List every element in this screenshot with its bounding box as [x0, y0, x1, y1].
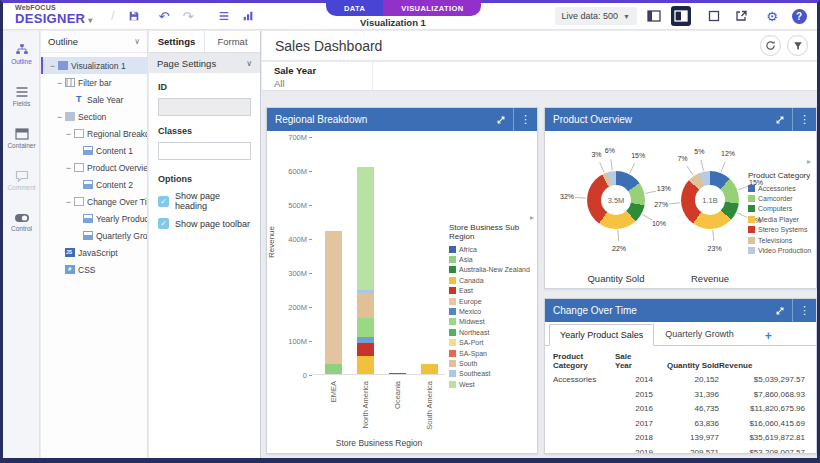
outline-tree-item[interactable]: Yearly Product Sales: [41, 210, 147, 227]
outline-tree-item[interactable]: −Change Over Time: [41, 193, 147, 210]
panel-header[interactable]: Change Over Time ⋮: [545, 299, 816, 322]
bar-segment-canada[interactable]: [357, 356, 374, 374]
canvas-tab-title[interactable]: Visualization 1: [318, 17, 468, 28]
checkbox-icon[interactable]: ✓: [158, 196, 169, 207]
outline-tree-item[interactable]: −Product Overview: [41, 159, 147, 176]
bar-segment-midwest[interactable]: [357, 318, 374, 337]
legend-scroll-icon[interactable]: ▸: [530, 213, 534, 222]
expander-icon[interactable]: −: [64, 163, 73, 173]
bar-segment-europe[interactable]: [325, 231, 342, 365]
tree-item-label: Content 1: [96, 146, 133, 156]
legend-item: Europe: [449, 296, 535, 306]
legend-item: Stereo Systems: [748, 225, 814, 235]
rail-item-container[interactable]: Container: [3, 119, 40, 157]
legend-scroll-icon[interactable]: ▸: [807, 157, 811, 166]
open-new-window-button[interactable]: [731, 6, 751, 26]
legend-swatch: [748, 226, 755, 233]
rail-item-control[interactable]: Control: [3, 203, 40, 241]
layout-right-panel-button[interactable]: [671, 6, 691, 26]
expander-icon[interactable]: −: [48, 61, 57, 71]
save-button[interactable]: [125, 8, 143, 24]
expander-icon[interactable]: −: [64, 197, 73, 207]
app-logo[interactable]: WebFOCUS DESIGNER▾: [15, 4, 93, 26]
outline-tree-item[interactable]: −Regional Breakdown: [41, 125, 147, 142]
tab-visualization[interactable]: VISUALIZATION: [383, 0, 481, 16]
dashboard-canvas: Sales Dashboard Sale Year All Regional B…: [262, 31, 817, 458]
option-checkbox-row[interactable]: ✓Show page heading: [158, 191, 251, 211]
layout-left-panel-button[interactable]: [644, 6, 664, 26]
legend-swatch: [748, 216, 755, 223]
outline-title: Outline: [48, 36, 78, 47]
page-settings-section[interactable]: Page Settings ∨: [149, 53, 260, 73]
expand-icon: [496, 115, 506, 125]
option-checkbox-row[interactable]: ✓Show page toolbar: [158, 218, 251, 229]
rail-item-fields[interactable]: Fields: [3, 77, 40, 115]
outline-tree-item[interactable]: −Visualization 1: [41, 57, 147, 74]
collapse-chevron-icon[interactable]: ∨: [134, 37, 140, 46]
expander-icon[interactable]: −: [55, 112, 64, 122]
tab-settings[interactable]: Settings: [149, 31, 204, 52]
menu-button[interactable]: ⋮: [792, 299, 816, 322]
help-button[interactable]: ?: [789, 6, 809, 26]
page-title: Sales Dashboard: [275, 38, 382, 54]
preview-button[interactable]: [704, 6, 724, 26]
redo-button[interactable]: ↷: [179, 8, 197, 24]
refresh-button[interactable]: [760, 35, 781, 56]
y-tick-label: 600M: [273, 167, 307, 176]
chevron-down-icon: ▼: [623, 13, 630, 20]
expander-icon[interactable]: −: [55, 78, 64, 88]
outline-tree-item[interactable]: −Filter bar: [41, 74, 147, 91]
add-tab-button[interactable]: +: [759, 327, 778, 345]
filter-sale-year[interactable]: Sale Year All: [274, 65, 316, 89]
bar-segment-south[interactable]: [357, 293, 374, 318]
stacked-bar-oceania[interactable]: [389, 373, 406, 374]
bar-segment-sa-port[interactable]: [421, 364, 438, 374]
classes-field[interactable]: [158, 142, 251, 160]
outline-tree-item[interactable]: Quarterly Growth: [41, 227, 147, 244]
checkbox-icon[interactable]: ✓: [158, 218, 169, 229]
rail-item-outline[interactable]: Outline: [3, 35, 40, 73]
undo-button[interactable]: ↶: [155, 8, 173, 24]
outline-tree-item[interactable]: CSS: [41, 261, 147, 278]
expander-icon[interactable]: −: [64, 129, 73, 139]
panel-header[interactable]: Product Overview ⋮: [545, 108, 816, 131]
bar-segment-australia-new-zealand[interactable]: [389, 373, 406, 374]
stacked-bar-north-america[interactable]: [357, 167, 374, 374]
change-over-time-panel: Change Over Time ⋮ Yearly Product Sales …: [544, 298, 817, 454]
tab-quarterly-growth[interactable]: Quarterly Growth: [654, 323, 745, 345]
filter-button[interactable]: [787, 35, 808, 56]
legend-item: Asia: [449, 254, 535, 264]
menu-button[interactable]: ⋮: [792, 108, 816, 131]
stacked-bar-emea[interactable]: [325, 231, 342, 374]
outline-tree-item[interactable]: Content 2: [41, 176, 147, 193]
rail-item-comment[interactable]: Comment: [3, 161, 40, 199]
menu-button[interactable]: ⋮: [513, 108, 537, 131]
expand-button[interactable]: [768, 299, 792, 322]
chart-view-button[interactable]: [239, 8, 257, 24]
tab-format[interactable]: Format: [204, 31, 260, 52]
options-label: Options: [158, 174, 251, 184]
outline-tree-item[interactable]: JavaScript: [41, 244, 147, 261]
settings-button[interactable]: ⚙: [762, 6, 782, 26]
x-tick-label: Oceania: [393, 381, 402, 409]
tab-data[interactable]: DATA: [326, 0, 383, 16]
tree-item-label: Section: [78, 112, 106, 122]
filter-value[interactable]: All: [274, 78, 316, 89]
data-grid-button[interactable]: [215, 8, 233, 24]
outline-tree-item[interactable]: Content 1: [41, 142, 147, 159]
panel-header[interactable]: Regional Breakdown ⋮: [267, 108, 537, 131]
page-heading-bar: Sales Dashboard: [262, 31, 817, 61]
bar-segment-east[interactable]: [357, 343, 374, 356]
expand-button[interactable]: [768, 108, 792, 131]
live-data-dropdown[interactable]: Live data: 500▼: [555, 7, 637, 25]
outline-tree-item[interactable]: −Section: [41, 108, 147, 125]
tab-yearly-product-sales[interactable]: Yearly Product Sales: [549, 324, 654, 346]
expand-button[interactable]: [489, 108, 513, 131]
outline-tree-item[interactable]: Sale Year: [41, 91, 147, 108]
bar-segment-west[interactable]: [357, 167, 374, 291]
chart-icon: [83, 214, 93, 223]
bar-segment-africa[interactable]: [325, 364, 342, 374]
stacked-bar-south-america[interactable]: [421, 364, 438, 374]
stacked-bar-chart: Revenue Store Business Region ▸ Store Bu…: [267, 131, 537, 453]
brand-caret-icon[interactable]: ▾: [88, 16, 92, 25]
